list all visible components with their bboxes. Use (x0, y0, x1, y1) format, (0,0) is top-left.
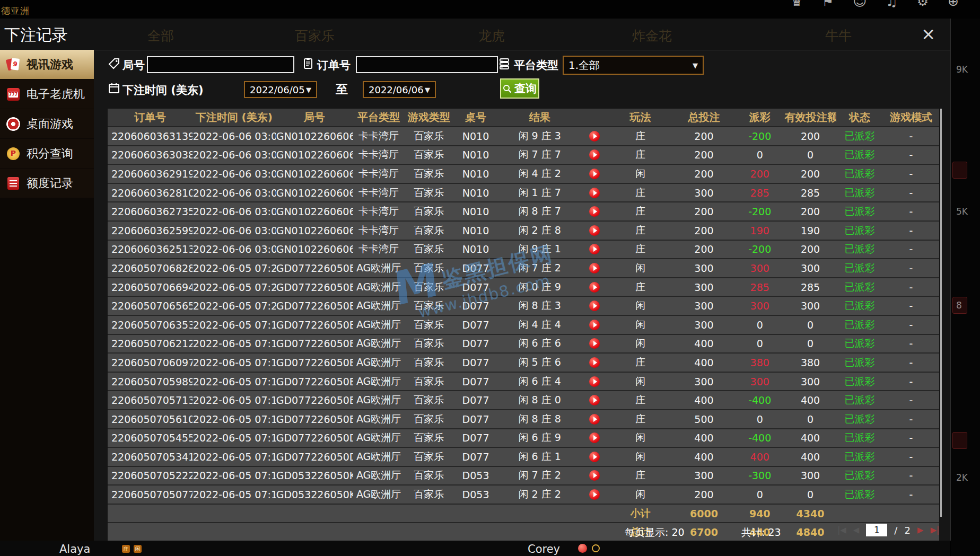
cell-order: 220606036259924 (108, 221, 192, 240)
cell-time: 2022-06-05 07:11:26 (192, 466, 276, 486)
table-row: 2206060362810762022-06-06 03:02:30GN0102… (108, 183, 939, 202)
date-to-value: 2022/06/06 (369, 84, 424, 95)
cell-valid: 200 (784, 127, 836, 146)
round-input[interactable] (147, 56, 294, 73)
order-input[interactable] (356, 56, 498, 73)
cell-round: GD077226050E4 (276, 353, 353, 372)
close-icon[interactable]: × (921, 24, 935, 44)
play-icon[interactable] (589, 131, 600, 142)
next-page-icon[interactable]: ▶ (917, 525, 924, 535)
cell-mode: - (883, 202, 939, 221)
table-scrollbar[interactable] (940, 109, 942, 517)
cell-total: 400 (672, 391, 735, 410)
profile-icon[interactable]: ☺ (853, 0, 867, 9)
sidebar-item-table-games[interactable]: 桌面游戏 (0, 109, 94, 138)
vip-crown-icon[interactable]: ♛ (791, 0, 802, 9)
player-name-label: Corey (528, 543, 560, 555)
cell-total: 200 (672, 485, 735, 504)
cell-table: D077 (453, 391, 498, 410)
sidebar-item-video-games[interactable]: 视讯游戏 (0, 50, 107, 79)
cell-valid: 300 (784, 372, 836, 391)
order-filter-label: 订单号 (317, 58, 351, 73)
cell-bet: 闲 (608, 447, 672, 466)
flag-icon[interactable]: ⚑ (822, 0, 834, 9)
table-row: 2206050705610372022-06-05 07:13:51GD0772… (108, 410, 939, 429)
cell-time: 2022-06-05 07:17:05 (192, 353, 276, 372)
background-tile (952, 162, 967, 179)
search-button[interactable]: 查询 (500, 78, 539, 99)
cell-result: 闲 7 庄 2 (498, 259, 581, 278)
cell-total: 300 (672, 466, 735, 486)
tablegame-icon (5, 116, 21, 132)
play-icon[interactable] (589, 357, 600, 368)
bet-table-wrapper: 订单号下注时间 (美东)局号平台类型游戏类型桌号结果玩法总投注派彩有效投注额状态… (108, 109, 939, 542)
cell-platform: 卡卡湾厅 (353, 240, 405, 259)
cell-bet: 闲 (608, 372, 672, 391)
play-icon[interactable] (589, 263, 600, 273)
play-icon[interactable] (589, 395, 600, 405)
current-page-input[interactable]: 1 (866, 524, 887, 536)
play-icon[interactable] (589, 338, 600, 349)
platform-select[interactable]: 1.全部 ▼ (563, 56, 704, 75)
play-icon[interactable] (589, 169, 600, 179)
summary-row: 小计60009404340 (108, 504, 939, 523)
background-balance-label: 2K (956, 472, 968, 483)
search-icon (503, 84, 512, 93)
cell-valid: 0 (784, 315, 836, 334)
sidebar-item-quota-records[interactable]: 额度记录 (0, 169, 94, 198)
settings-gear-icon[interactable]: ⚙ (917, 0, 929, 9)
play-icon[interactable] (589, 244, 600, 254)
music-icon[interactable]: ♫ (886, 0, 897, 9)
play-icon[interactable] (589, 149, 600, 160)
play-icon[interactable] (589, 225, 600, 236)
cell-mode: - (883, 315, 939, 334)
total-count-text: 共计: 23 (741, 526, 781, 540)
play-icon[interactable] (589, 470, 600, 481)
play-icon[interactable] (589, 433, 600, 443)
globe-icon[interactable]: ⊕ (948, 0, 959, 9)
cell-order: 220605070598974 (108, 372, 192, 391)
cell-platform: 卡卡湾厅 (353, 221, 405, 240)
date-to-picker[interactable]: 2022/06/06 ▼ (363, 81, 436, 98)
background-tab: 百家乐 (295, 27, 335, 45)
cell-status: 已派彩 (836, 146, 883, 165)
cell-game: 百家乐 (405, 127, 453, 146)
sidebar-item-slots[interactable]: 电子老虎机 (0, 80, 94, 109)
cell-round: GD077226050E5 (276, 334, 353, 354)
cell-status: 已派彩 (836, 183, 883, 202)
sidebar-item-points-query[interactable]: 积分查询 (0, 139, 94, 168)
first-page-icon[interactable]: |◀ (837, 525, 846, 535)
cell-mode: - (883, 146, 939, 165)
cell-status: 已派彩 (836, 334, 883, 354)
last-page-icon[interactable]: ▶| (930, 525, 939, 535)
play-icon[interactable] (589, 452, 600, 462)
cell-result: 闲 7 庄 2 (498, 466, 581, 486)
bet-badge: 闲 (134, 545, 142, 553)
cell-replay (581, 315, 608, 334)
play-icon[interactable] (589, 376, 600, 387)
date-from-picker[interactable]: 2022/06/05 ▼ (244, 81, 317, 98)
cell-time: 2022-06-06 03:03:07 (192, 164, 276, 183)
cell-game: 百家乐 (405, 240, 453, 259)
content-area: 局号 订单号 平台类型 1.全部 ▼ 下注时间 (94, 50, 950, 541)
cell-result: 闲 2 庄 2 (498, 485, 581, 504)
cell-payout: 0 (736, 315, 784, 334)
search-button-label: 查询 (514, 81, 537, 96)
cell-payout: -200 (736, 202, 784, 221)
play-icon[interactable] (589, 188, 600, 198)
play-icon[interactable] (589, 320, 600, 330)
play-icon[interactable] (589, 414, 600, 425)
play-icon[interactable] (589, 301, 600, 311)
prev-page-icon[interactable]: ◀ (853, 525, 860, 535)
cell-result: 闲 6 庄 9 (498, 429, 581, 448)
play-icon[interactable] (589, 282, 600, 293)
bet-table: 订单号下注时间 (美东)局号平台类型游戏类型桌号结果玩法总投注派彩有效投注额状态… (108, 109, 939, 542)
play-icon[interactable] (589, 489, 600, 500)
cell-status: 已派彩 (836, 447, 883, 466)
cell-status: 已派彩 (836, 466, 883, 486)
cell-time: 2022-06-05 07:14:34 (192, 391, 276, 410)
cell-bet: 庄 (608, 391, 672, 410)
cell-payout: -300 (736, 466, 784, 486)
play-icon[interactable] (589, 206, 600, 217)
cell-round: GN0102260606H (276, 183, 353, 202)
